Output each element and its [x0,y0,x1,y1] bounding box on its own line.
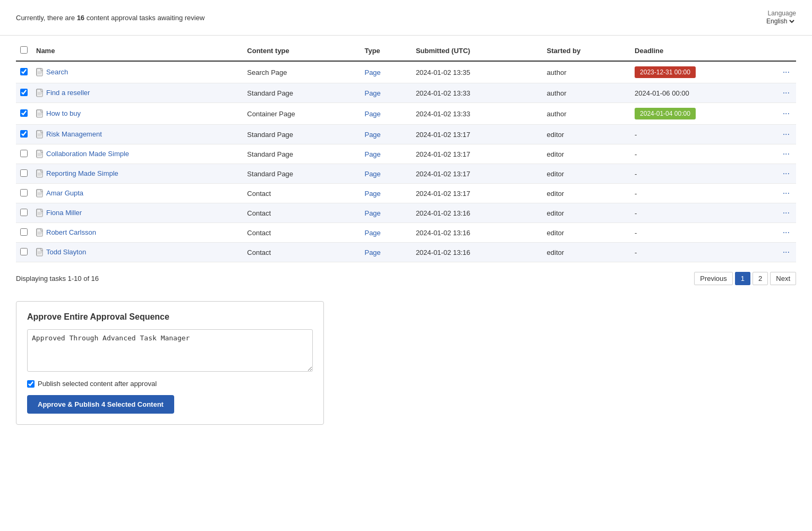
row-checkbox[interactable] [20,228,28,236]
table-row: SearchSearch PagePage2024-01-02 13:35aut… [16,61,796,83]
top-bar-message: Currently, there are 16 content approval… [16,14,204,22]
row-checkbox[interactable] [20,169,28,177]
started-by-cell: editor [543,223,630,243]
table-row: Amar GuptaContactPage2024-01-02 13:17edi… [16,184,796,203]
row-checkbox[interactable] [20,68,28,75]
started-by-cell: editor [543,203,630,223]
type-link[interactable]: Page [364,68,380,76]
started-by-cell: editor [543,184,630,203]
type-link[interactable]: Page [364,249,380,256]
language-select[interactable]: English [764,17,796,25]
row-checkbox[interactable] [20,248,28,255]
svg-rect-46 [37,249,42,256]
pagination-controls: Previous 1 2 Next [694,272,796,285]
row-checkbox[interactable] [20,189,28,196]
content-type-cell: Standard Page [243,125,360,144]
row-checkbox[interactable] [20,209,28,216]
col-submitted: Submitted (UTC) [412,41,543,61]
page-2-button[interactable]: 2 [753,272,768,285]
top-bar: Currently, there are 16 content approval… [0,0,812,36]
type-link[interactable]: Page [364,89,380,97]
svg-rect-31 [37,190,42,197]
language-selector-wrapper: Language English [764,10,796,25]
row-checkbox[interactable] [20,109,28,117]
more-options-button[interactable]: ··· [781,130,792,139]
submitted-cell: 2024-01-02 13:17 [412,144,543,164]
name-link[interactable]: Collaboration Made Simple [46,150,129,158]
svg-rect-16 [37,131,42,138]
table-row: Collaboration Made SimpleStandard PagePa… [16,144,796,164]
row-checkbox[interactable] [20,130,28,138]
deadline-cell: 2024-01-06 00:00 [630,83,775,103]
type-link[interactable]: Page [364,150,380,158]
content-type-cell: Search Page [243,61,360,83]
name-link[interactable]: Search [46,68,68,76]
doc-icon [36,228,44,237]
row-checkbox[interactable] [20,150,28,157]
select-all-checkbox[interactable] [20,46,28,54]
deadline-cell: - [630,125,775,144]
svg-rect-11 [37,110,42,117]
deadline-cell: - [630,243,775,262]
submitted-cell: 2024-01-02 13:16 [412,243,543,262]
row-checkbox[interactable] [20,89,28,96]
doc-icon [36,130,44,139]
name-link[interactable]: Reporting Made Simple [46,169,118,177]
svg-rect-36 [37,209,42,217]
publish-checkbox[interactable] [27,380,35,388]
type-link[interactable]: Page [364,110,380,118]
pagination-display: Displaying tasks 1-10 of 16 [16,275,99,282]
svg-rect-6 [37,89,42,97]
submitted-cell: 2024-01-02 13:16 [412,223,543,243]
language-label: Language [764,10,796,17]
more-options-button[interactable]: ··· [781,67,792,77]
svg-rect-41 [37,229,42,236]
name-link[interactable]: Amar Gupta [46,189,83,197]
more-options-button[interactable]: ··· [781,169,792,178]
svg-rect-1 [37,68,42,76]
next-page-button[interactable]: Next [770,272,796,285]
more-options-button[interactable]: ··· [781,109,792,118]
approve-comment-textarea[interactable] [27,329,313,372]
deadline-cell: - [630,184,775,203]
type-link[interactable]: Page [364,229,380,237]
more-options-button[interactable]: ··· [781,88,792,98]
deadline-cell: 2024-01-04 00:00 [630,103,775,125]
type-link[interactable]: Page [364,190,380,198]
name-link[interactable]: How to buy [46,109,81,117]
table-row: Fiona MillerContactPage2024-01-02 13:16e… [16,203,796,223]
col-started-by: Started by [543,41,630,61]
content-type-cell: Standard Page [243,144,360,164]
doc-icon [36,169,44,178]
type-link[interactable]: Page [364,209,380,217]
more-options-button[interactable]: ··· [781,247,792,257]
more-options-button[interactable]: ··· [781,189,792,198]
name-link[interactable]: Robert Carlsson [46,228,96,236]
deadline-badge-red: 2023-12-31 00:00 [635,66,696,78]
approve-publish-button[interactable]: Approve & Publish 4 Selected Content [27,395,174,414]
deadline-badge-green: 2024-01-04 00:00 [635,108,696,119]
name-link[interactable]: Todd Slayton [46,248,86,256]
submitted-cell: 2024-01-02 13:33 [412,103,543,125]
content-type-cell: Contact [243,203,360,223]
table-row: Find a resellerStandard PagePage2024-01-… [16,83,796,103]
name-link[interactable]: Find a reseller [46,89,90,97]
more-options-button[interactable]: ··· [781,208,792,218]
page-1-button[interactable]: 1 [735,272,750,285]
started-by-cell: editor [543,144,630,164]
more-options-button[interactable]: ··· [781,149,792,159]
previous-page-button[interactable]: Previous [694,272,733,285]
col-type: Type [360,41,411,61]
name-link[interactable]: Risk Management [46,130,102,138]
more-options-button[interactable]: ··· [781,228,792,237]
type-link[interactable]: Page [364,131,380,139]
table-row: Todd SlaytonContactPage2024-01-02 13:16e… [16,243,796,262]
started-by-cell: editor [543,125,630,144]
svg-rect-21 [37,150,42,158]
type-link[interactable]: Page [364,170,380,178]
doc-icon [36,68,44,76]
pagination-area: Displaying tasks 1-10 of 16 Previous 1 2… [16,262,796,290]
name-link[interactable]: Fiona Miller [46,209,82,217]
submitted-cell: 2024-01-02 13:35 [412,61,543,83]
content-type-cell: Container Page [243,103,360,125]
